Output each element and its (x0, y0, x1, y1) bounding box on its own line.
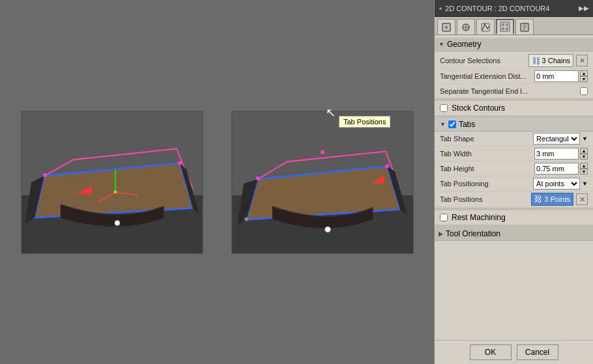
contour-selections-row: Contour Selections ⛓ 3 Chains ✕ (435, 53, 593, 69)
tangential-ext-input[interactable] (534, 70, 579, 82)
tangential-ext-value: ▲ ▼ (534, 70, 588, 82)
viewport-right (231, 111, 414, 254)
separate-tang-value (580, 87, 588, 95)
tab-width-down[interactable]: ▼ (580, 154, 588, 160)
tab-positions-icon: ⛓ (534, 195, 542, 204)
tabs-enabled-checkbox[interactable] (448, 120, 456, 128)
tab-positions-label: Tab Positions (440, 195, 531, 203)
separate-tang-row: Separate Tangential End l... (435, 84, 593, 98)
svg-point-12 (42, 173, 46, 177)
tab-shape-select[interactable]: Rectangular Triangular Dogbone (533, 133, 580, 145)
tab-positions-clear-button[interactable]: ✕ (576, 193, 588, 205)
stock-contours-row: Stock Contours (435, 101, 593, 115)
tab-shape-row: Tab Shape Rectangular Triangular Dogbone… (435, 132, 593, 147)
svg-point-24 (385, 164, 389, 168)
svg-point-13 (178, 161, 182, 165)
tab-positions-row: Tab Positions ⛓ 3 Points ✕ (435, 191, 593, 208)
tangential-ext-row: Tangential Extension Dist... ▲ ▼ (435, 69, 593, 84)
separate-tang-checkbox[interactable] (580, 87, 588, 95)
tangential-ext-down[interactable]: ▼ (580, 76, 588, 82)
tangential-ext-label: Tangential Extension Dist... (440, 72, 534, 80)
panel-header-title: ● 2D CONTOUR : 2D CONTOUR4 (439, 5, 549, 12)
chain-count: 3 Chains (542, 57, 570, 64)
stock-contours-checkbox[interactable] (440, 104, 448, 112)
tab-height-spinner: ▲ ▼ (580, 163, 588, 175)
tab-positions-value: ⛓ 3 Points ✕ (531, 193, 588, 206)
viewport-area: Tab Positions ↖ (0, 0, 434, 364)
stock-contours-label: Stock Contours (452, 104, 505, 113)
tab-paths[interactable] (476, 19, 495, 35)
svg-point-23 (255, 176, 259, 180)
toolbar-tabs (435, 17, 593, 35)
tab-width-row: Tab Width ▲ ▼ (435, 147, 593, 161)
tabs-label: Tabs (459, 120, 475, 129)
tangential-ext-up[interactable]: ▲ (580, 70, 588, 76)
svg-rect-31 (502, 23, 504, 26)
viewport-left (21, 111, 203, 254)
tab-shape-arrow: ▼ (582, 135, 588, 142)
tab-width-input[interactable] (534, 148, 579, 160)
tool-orientation-arrow: ▶ (439, 231, 443, 237)
tool-orientation-section-header[interactable]: ▶ Tool Orientation (435, 227, 593, 241)
tab-width-value: ▲ ▼ (534, 148, 588, 160)
geometry-arrow: ▼ (439, 41, 444, 48)
tool-orientation-label: Tool Orientation (446, 229, 500, 238)
tab-height-label: Tab Height (440, 165, 534, 173)
tabs-arrow: ▼ (440, 121, 446, 128)
svg-rect-33 (502, 27, 504, 30)
rest-machining-label: Rest Machining (452, 213, 506, 222)
svg-point-25 (244, 217, 248, 221)
tab-linking[interactable] (496, 19, 514, 35)
panel-content: ▼ Geometry Contour Selections ⛓ 3 Chains… (435, 35, 593, 340)
svg-rect-34 (506, 27, 508, 30)
tab-width-label: Tab Width (440, 150, 534, 158)
tabs-section-header[interactable]: ▼ Tabs (435, 118, 593, 132)
tab-positioning-label: Tab Positioning (440, 180, 533, 188)
tab-positioning-value: At points Evenly spaced ▼ (533, 178, 588, 189)
contour-selections-label: Contour Selections (440, 57, 528, 64)
tab-shape-value: Rectangular Triangular Dogbone ▼ (533, 133, 588, 145)
panel-expand-icon[interactable]: ▶▶ (579, 5, 589, 12)
panel-header-arrows[interactable]: ▶▶ (579, 5, 589, 12)
ok-button[interactable]: OK (470, 344, 512, 360)
chain-icon: ⛓ (532, 56, 540, 66)
tab-positioning-arrow: ▼ (582, 180, 588, 187)
tab-positions-count: 3 Points (544, 195, 570, 203)
tab-notes[interactable] (515, 19, 534, 35)
panel-footer: OK Cancel (435, 340, 593, 364)
svg-point-22 (325, 226, 330, 232)
tab-positioning-row: Tab Positioning At points Evenly spaced … (435, 176, 593, 191)
tab-height-input[interactable] (534, 163, 579, 175)
separate-tang-label: Separate Tangential End l... (440, 87, 580, 95)
tab-height-up[interactable]: ▲ (580, 163, 588, 169)
svg-rect-32 (506, 23, 508, 26)
rest-machining-checkbox[interactable] (440, 214, 448, 221)
contour-clear-button[interactable]: ✕ (576, 55, 588, 66)
rest-machining-row: Rest Machining (435, 210, 593, 225)
tangential-ext-spinner: ▲ ▼ (580, 70, 588, 82)
tab-width-spinner: ▲ ▼ (580, 148, 588, 160)
tab-tool[interactable] (437, 19, 456, 35)
geometry-section-header[interactable]: ▼ Geometry (435, 38, 593, 51)
tab-height-value: ▲ ▼ (534, 163, 588, 175)
cancel-button[interactable]: Cancel (517, 344, 558, 360)
tab-width-up[interactable]: ▲ (580, 148, 588, 154)
svg-point-26 (321, 150, 325, 154)
tab-geometry[interactable] (457, 19, 475, 35)
contour-selections-value: ⛓ 3 Chains ✕ (528, 54, 588, 67)
tab-height-down[interactable]: ▼ (580, 169, 588, 175)
tab-height-row: Tab Height ▲ ▼ (435, 161, 593, 176)
tab-positioning-select[interactable]: At points Evenly spaced (533, 178, 580, 189)
panel-header: ● 2D CONTOUR : 2D CONTOUR4 ▶▶ (435, 0, 593, 17)
tab-shape-label: Tab Shape (440, 135, 533, 143)
svg-point-9 (113, 190, 117, 193)
panel-title: 2D CONTOUR : 2D CONTOUR4 (445, 5, 549, 12)
svg-point-11 (114, 220, 119, 225)
contour-chain-button[interactable]: ⛓ 3 Chains (528, 54, 573, 67)
geometry-label: Geometry (447, 40, 482, 49)
right-panel: ● 2D CONTOUR : 2D CONTOUR4 ▶▶ (434, 0, 593, 364)
tab-positions-button[interactable]: ⛓ 3 Points (531, 193, 573, 206)
panel-dot: ● (439, 5, 442, 12)
